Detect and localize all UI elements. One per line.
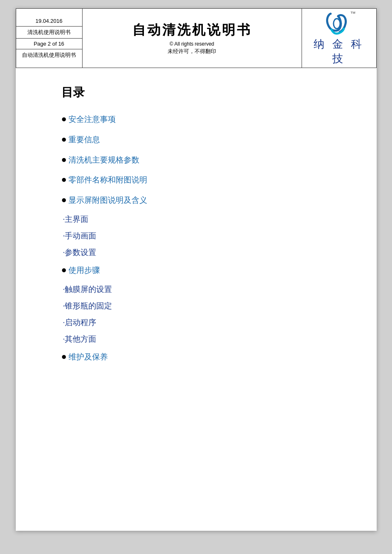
content-area: 目录 ●安全注意事项●重要信息●清洗机主要规格参数●零部件名称和附图说明●显示屏… — [16, 68, 377, 387]
toc-title: 目录 — [61, 85, 343, 100]
header-date: 19.04.2016 — [16, 16, 82, 27]
toc-item: ●清洗机主要规格参数 — [61, 153, 343, 166]
toc-item: ●维护及保养 — [61, 350, 343, 363]
toc-item: ●显示屏附图说明及含义 — [61, 194, 343, 207]
header-doc-name: 清洗机使用说明书 — [16, 26, 82, 38]
svg-text:TM: TM — [351, 11, 355, 15]
header-center-cell: 自动清洗机说明书 © All rights reserved 未经许可，不得翻印 — [82, 9, 302, 68]
toc-item: ·触膜屏的设置 — [61, 284, 343, 295]
toc-item: ·主界面 — [61, 214, 343, 225]
header-sub-doc: 自动清洗机使用说明书 — [16, 49, 82, 61]
toc-item: ·其他方面 — [61, 334, 343, 345]
toc-item: ●零部件名称和附图说明 — [61, 173, 343, 186]
page: 19.04.2016 清洗机使用说明书 Page 2 of 16 自动清洗机使用… — [16, 8, 377, 531]
toc-item: ●安全注意事项 — [61, 113, 343, 126]
header-title-sub1: © All rights reserved — [86, 41, 298, 47]
header-table: 19.04.2016 清洗机使用说明书 Page 2 of 16 自动清洗机使用… — [16, 8, 377, 68]
toc-item: ●重要信息 — [61, 133, 343, 146]
header-title-sub2: 未经许可，不得翻印 — [86, 48, 298, 55]
logo-icon: TM — [322, 10, 355, 35]
svg-point-1 — [334, 19, 340, 29]
logo: TM 纳 金 科 技 — [305, 10, 373, 66]
toc-item: ·启动程序 — [61, 317, 343, 328]
toc-item: ·锥形瓶的固定 — [61, 301, 343, 311]
header-left-cell: 19.04.2016 清洗机使用说明书 Page 2 of 16 自动清洗机使用… — [16, 9, 82, 68]
toc-item: ·手动画面 — [61, 231, 343, 241]
toc-item: ·参数设置 — [61, 247, 343, 258]
logo-text: 纳 金 科 技 — [305, 37, 373, 66]
toc-list: ●安全注意事项●重要信息●清洗机主要规格参数●零部件名称和附图说明●显示屏附图说… — [61, 113, 343, 363]
header-page-info: Page 2 of 16 — [16, 38, 82, 49]
header-right-cell: TM 纳 金 科 技 — [302, 9, 376, 68]
header-title-main: 自动清洗机说明书 — [86, 21, 298, 39]
toc-item: ●使用步骤 — [61, 264, 343, 277]
